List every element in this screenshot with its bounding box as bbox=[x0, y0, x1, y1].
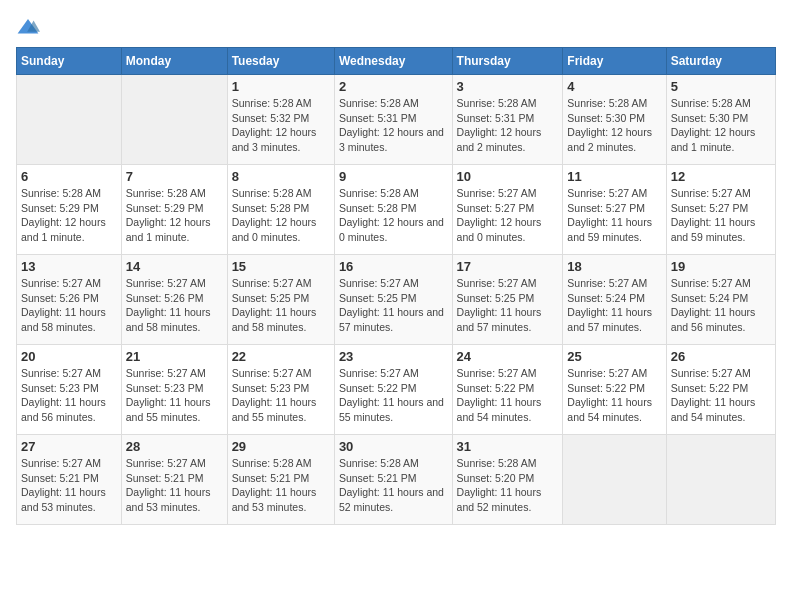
day-number: 12 bbox=[671, 169, 771, 184]
day-info: Sunrise: 5:27 AMSunset: 5:26 PMDaylight:… bbox=[126, 276, 223, 335]
day-cell: 22Sunrise: 5:27 AMSunset: 5:23 PMDayligh… bbox=[227, 345, 334, 435]
day-number: 29 bbox=[232, 439, 330, 454]
day-number: 18 bbox=[567, 259, 661, 274]
day-cell: 13Sunrise: 5:27 AMSunset: 5:26 PMDayligh… bbox=[17, 255, 122, 345]
day-cell: 6Sunrise: 5:28 AMSunset: 5:29 PMDaylight… bbox=[17, 165, 122, 255]
day-cell: 3Sunrise: 5:28 AMSunset: 5:31 PMDaylight… bbox=[452, 75, 563, 165]
day-cell: 30Sunrise: 5:28 AMSunset: 5:21 PMDayligh… bbox=[334, 435, 452, 525]
week-row-3: 13Sunrise: 5:27 AMSunset: 5:26 PMDayligh… bbox=[17, 255, 776, 345]
day-cell: 29Sunrise: 5:28 AMSunset: 5:21 PMDayligh… bbox=[227, 435, 334, 525]
day-number: 6 bbox=[21, 169, 117, 184]
logo bbox=[16, 16, 44, 37]
day-number: 5 bbox=[671, 79, 771, 94]
day-info: Sunrise: 5:28 AMSunset: 5:29 PMDaylight:… bbox=[21, 186, 117, 245]
day-number: 23 bbox=[339, 349, 448, 364]
day-cell: 8Sunrise: 5:28 AMSunset: 5:28 PMDaylight… bbox=[227, 165, 334, 255]
day-number: 11 bbox=[567, 169, 661, 184]
day-info: Sunrise: 5:27 AMSunset: 5:27 PMDaylight:… bbox=[457, 186, 559, 245]
day-number: 8 bbox=[232, 169, 330, 184]
day-number: 15 bbox=[232, 259, 330, 274]
day-number: 2 bbox=[339, 79, 448, 94]
day-number: 25 bbox=[567, 349, 661, 364]
day-cell: 16Sunrise: 5:27 AMSunset: 5:25 PMDayligh… bbox=[334, 255, 452, 345]
day-info: Sunrise: 5:27 AMSunset: 5:27 PMDaylight:… bbox=[671, 186, 771, 245]
day-cell: 12Sunrise: 5:27 AMSunset: 5:27 PMDayligh… bbox=[666, 165, 775, 255]
column-header-saturday: Saturday bbox=[666, 48, 775, 75]
logo-icon bbox=[16, 17, 40, 37]
day-cell: 15Sunrise: 5:27 AMSunset: 5:25 PMDayligh… bbox=[227, 255, 334, 345]
day-number: 16 bbox=[339, 259, 448, 274]
day-info: Sunrise: 5:27 AMSunset: 5:25 PMDaylight:… bbox=[339, 276, 448, 335]
day-info: Sunrise: 5:28 AMSunset: 5:28 PMDaylight:… bbox=[339, 186, 448, 245]
day-cell: 1Sunrise: 5:28 AMSunset: 5:32 PMDaylight… bbox=[227, 75, 334, 165]
day-number: 4 bbox=[567, 79, 661, 94]
day-info: Sunrise: 5:27 AMSunset: 5:26 PMDaylight:… bbox=[21, 276, 117, 335]
day-number: 7 bbox=[126, 169, 223, 184]
day-info: Sunrise: 5:27 AMSunset: 5:22 PMDaylight:… bbox=[457, 366, 559, 425]
day-cell: 7Sunrise: 5:28 AMSunset: 5:29 PMDaylight… bbox=[121, 165, 227, 255]
day-info: Sunrise: 5:27 AMSunset: 5:23 PMDaylight:… bbox=[21, 366, 117, 425]
day-number: 1 bbox=[232, 79, 330, 94]
column-header-wednesday: Wednesday bbox=[334, 48, 452, 75]
day-cell: 27Sunrise: 5:27 AMSunset: 5:21 PMDayligh… bbox=[17, 435, 122, 525]
header bbox=[16, 16, 776, 37]
day-info: Sunrise: 5:27 AMSunset: 5:22 PMDaylight:… bbox=[339, 366, 448, 425]
day-cell bbox=[666, 435, 775, 525]
day-cell: 18Sunrise: 5:27 AMSunset: 5:24 PMDayligh… bbox=[563, 255, 666, 345]
day-info: Sunrise: 5:27 AMSunset: 5:25 PMDaylight:… bbox=[457, 276, 559, 335]
calendar-table: SundayMondayTuesdayWednesdayThursdayFrid… bbox=[16, 47, 776, 525]
day-number: 21 bbox=[126, 349, 223, 364]
day-info: Sunrise: 5:28 AMSunset: 5:20 PMDaylight:… bbox=[457, 456, 559, 515]
header-row: SundayMondayTuesdayWednesdayThursdayFrid… bbox=[17, 48, 776, 75]
day-cell bbox=[17, 75, 122, 165]
day-info: Sunrise: 5:28 AMSunset: 5:31 PMDaylight:… bbox=[339, 96, 448, 155]
day-number: 9 bbox=[339, 169, 448, 184]
day-cell: 26Sunrise: 5:27 AMSunset: 5:22 PMDayligh… bbox=[666, 345, 775, 435]
day-info: Sunrise: 5:27 AMSunset: 5:21 PMDaylight:… bbox=[21, 456, 117, 515]
day-number: 31 bbox=[457, 439, 559, 454]
day-number: 26 bbox=[671, 349, 771, 364]
week-row-5: 27Sunrise: 5:27 AMSunset: 5:21 PMDayligh… bbox=[17, 435, 776, 525]
column-header-friday: Friday bbox=[563, 48, 666, 75]
day-info: Sunrise: 5:28 AMSunset: 5:30 PMDaylight:… bbox=[671, 96, 771, 155]
day-info: Sunrise: 5:28 AMSunset: 5:28 PMDaylight:… bbox=[232, 186, 330, 245]
day-number: 24 bbox=[457, 349, 559, 364]
day-number: 10 bbox=[457, 169, 559, 184]
day-number: 19 bbox=[671, 259, 771, 274]
day-cell: 21Sunrise: 5:27 AMSunset: 5:23 PMDayligh… bbox=[121, 345, 227, 435]
day-cell: 28Sunrise: 5:27 AMSunset: 5:21 PMDayligh… bbox=[121, 435, 227, 525]
day-info: Sunrise: 5:28 AMSunset: 5:21 PMDaylight:… bbox=[339, 456, 448, 515]
day-cell: 19Sunrise: 5:27 AMSunset: 5:24 PMDayligh… bbox=[666, 255, 775, 345]
day-cell bbox=[563, 435, 666, 525]
day-cell: 4Sunrise: 5:28 AMSunset: 5:30 PMDaylight… bbox=[563, 75, 666, 165]
day-number: 13 bbox=[21, 259, 117, 274]
day-info: Sunrise: 5:27 AMSunset: 5:24 PMDaylight:… bbox=[567, 276, 661, 335]
day-cell: 17Sunrise: 5:27 AMSunset: 5:25 PMDayligh… bbox=[452, 255, 563, 345]
column-header-sunday: Sunday bbox=[17, 48, 122, 75]
day-info: Sunrise: 5:28 AMSunset: 5:29 PMDaylight:… bbox=[126, 186, 223, 245]
day-cell: 5Sunrise: 5:28 AMSunset: 5:30 PMDaylight… bbox=[666, 75, 775, 165]
day-info: Sunrise: 5:27 AMSunset: 5:22 PMDaylight:… bbox=[567, 366, 661, 425]
day-cell: 9Sunrise: 5:28 AMSunset: 5:28 PMDaylight… bbox=[334, 165, 452, 255]
day-number: 3 bbox=[457, 79, 559, 94]
day-cell: 25Sunrise: 5:27 AMSunset: 5:22 PMDayligh… bbox=[563, 345, 666, 435]
day-cell: 31Sunrise: 5:28 AMSunset: 5:20 PMDayligh… bbox=[452, 435, 563, 525]
day-cell: 23Sunrise: 5:27 AMSunset: 5:22 PMDayligh… bbox=[334, 345, 452, 435]
day-cell: 20Sunrise: 5:27 AMSunset: 5:23 PMDayligh… bbox=[17, 345, 122, 435]
week-row-2: 6Sunrise: 5:28 AMSunset: 5:29 PMDaylight… bbox=[17, 165, 776, 255]
day-number: 20 bbox=[21, 349, 117, 364]
day-number: 17 bbox=[457, 259, 559, 274]
day-number: 22 bbox=[232, 349, 330, 364]
day-cell: 14Sunrise: 5:27 AMSunset: 5:26 PMDayligh… bbox=[121, 255, 227, 345]
day-cell: 10Sunrise: 5:27 AMSunset: 5:27 PMDayligh… bbox=[452, 165, 563, 255]
day-info: Sunrise: 5:27 AMSunset: 5:24 PMDaylight:… bbox=[671, 276, 771, 335]
day-info: Sunrise: 5:27 AMSunset: 5:25 PMDaylight:… bbox=[232, 276, 330, 335]
week-row-4: 20Sunrise: 5:27 AMSunset: 5:23 PMDayligh… bbox=[17, 345, 776, 435]
day-info: Sunrise: 5:27 AMSunset: 5:27 PMDaylight:… bbox=[567, 186, 661, 245]
day-info: Sunrise: 5:27 AMSunset: 5:21 PMDaylight:… bbox=[126, 456, 223, 515]
day-info: Sunrise: 5:28 AMSunset: 5:31 PMDaylight:… bbox=[457, 96, 559, 155]
day-cell: 24Sunrise: 5:27 AMSunset: 5:22 PMDayligh… bbox=[452, 345, 563, 435]
day-number: 28 bbox=[126, 439, 223, 454]
week-row-1: 1Sunrise: 5:28 AMSunset: 5:32 PMDaylight… bbox=[17, 75, 776, 165]
day-cell: 11Sunrise: 5:27 AMSunset: 5:27 PMDayligh… bbox=[563, 165, 666, 255]
